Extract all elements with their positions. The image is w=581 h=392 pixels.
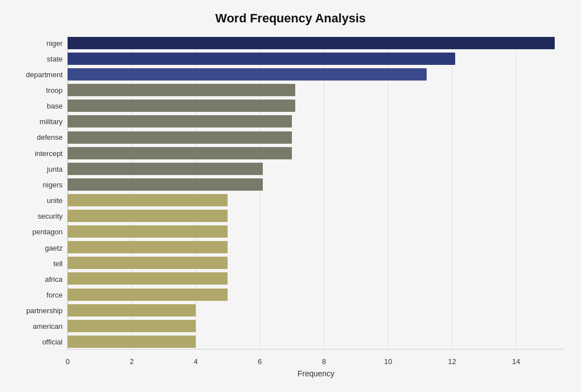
bar — [68, 37, 555, 49]
x-tick: 2 — [124, 357, 140, 366]
bar — [68, 257, 228, 269]
y-label: military — [40, 115, 63, 129]
x-tick: 4 — [187, 357, 204, 366]
y-label: state — [47, 51, 63, 66]
x-tick: 8 — [315, 357, 332, 366]
bar-row — [68, 130, 564, 145]
x-axis-label: Frequency — [68, 369, 564, 378]
bar-row — [68, 287, 564, 302]
y-label: troop — [46, 83, 63, 97]
y-label: niger — [46, 36, 63, 50]
y-label: partnership — [26, 304, 63, 318]
y-label: africa — [45, 272, 63, 286]
bar — [68, 178, 263, 191]
bar — [68, 115, 292, 127]
bar — [68, 194, 228, 206]
bar-row — [68, 146, 564, 160]
bar-row — [68, 334, 564, 349]
bar — [68, 272, 228, 285]
y-label: junta — [47, 162, 63, 176]
y-label: intercept — [35, 146, 63, 160]
bar — [68, 68, 427, 81]
bar — [68, 241, 228, 253]
bar-row — [68, 193, 564, 207]
bar — [68, 304, 196, 317]
x-tick: 10 — [380, 357, 396, 366]
bar — [68, 131, 292, 144]
y-label: force — [46, 288, 63, 303]
bar — [68, 320, 196, 332]
y-label: american — [33, 319, 63, 334]
bar-row — [68, 224, 564, 239]
bar-row — [68, 114, 564, 129]
x-tick: 6 — [252, 357, 268, 366]
y-label: unite — [47, 193, 63, 208]
x-tick: 12 — [443, 357, 460, 366]
bar-row — [68, 209, 564, 223]
y-label: official — [42, 335, 63, 350]
x-tick: 14 — [508, 357, 525, 366]
bar — [68, 225, 228, 238]
bar-row — [68, 271, 564, 286]
y-label: pentagon — [32, 225, 63, 239]
bar-row — [68, 177, 564, 192]
bar-row — [68, 83, 564, 97]
y-label: tell — [53, 256, 63, 271]
bar — [68, 289, 228, 301]
bar — [68, 210, 228, 222]
y-label: defense — [37, 130, 63, 145]
chart-container: Word Frequency Analysis nigerstatedepart… — [0, 0, 581, 392]
bar — [68, 100, 295, 112]
bar-row — [68, 240, 564, 254]
bar — [68, 53, 455, 65]
chart-title: Word Frequency Analysis — [17, 11, 564, 26]
bar-row — [68, 51, 564, 66]
bar — [68, 163, 263, 175]
y-label: security — [37, 209, 63, 224]
y-label: nigers — [43, 177, 63, 192]
bar-row — [68, 67, 564, 82]
bars-area: 02468101214 Frequency — [67, 36, 564, 350]
bar — [68, 147, 292, 159]
bar-row — [68, 162, 564, 176]
bar-row — [68, 256, 564, 270]
bar-row — [68, 98, 564, 113]
y-label: department — [26, 67, 63, 82]
bar-row — [68, 303, 564, 318]
bar-row — [68, 36, 564, 50]
y-label: gaetz — [45, 240, 63, 255]
y-labels: nigerstatedepartmenttroopbasemilitarydef… — [17, 36, 67, 350]
bar-row — [68, 319, 564, 333]
y-label: base — [47, 99, 63, 114]
bar — [68, 336, 196, 348]
bar — [68, 84, 295, 96]
x-tick: 0 — [59, 357, 76, 366]
chart-area: nigerstatedepartmenttroopbasemilitarydef… — [17, 36, 564, 350]
